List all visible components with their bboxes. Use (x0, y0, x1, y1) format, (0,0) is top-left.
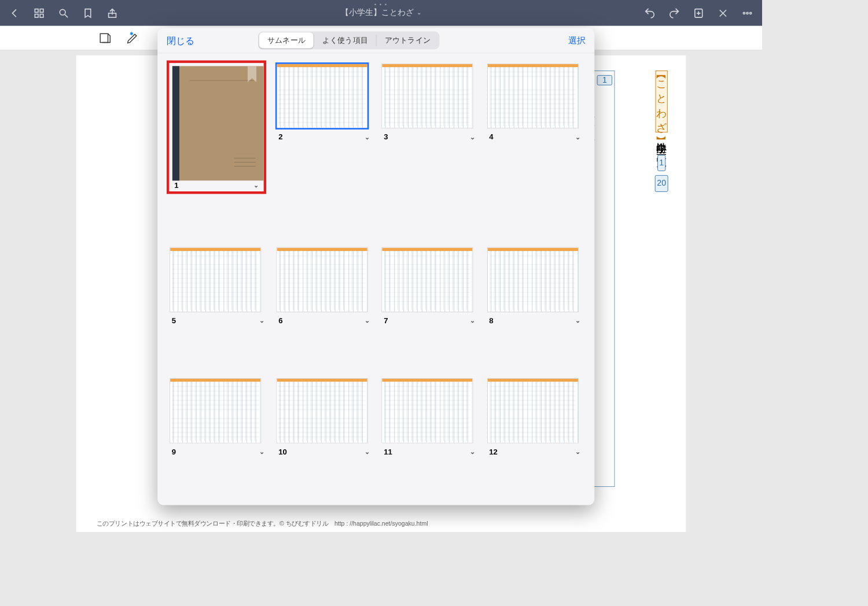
undo-icon[interactable] (644, 8, 655, 19)
chevron-down-icon[interactable]: ⌄ (470, 133, 475, 140)
svg-point-14 (750, 12, 752, 14)
share-icon[interactable] (106, 8, 117, 19)
thumbnail-label[interactable]: 5⌄ (170, 316, 266, 325)
thumbnail-frame[interactable] (487, 247, 579, 312)
chevron-down-icon[interactable]: ⌄ (365, 448, 370, 455)
thumbnail-label[interactable]: 8⌄ (487, 316, 582, 325)
more-icon[interactable] (742, 8, 753, 19)
svg-line-5 (65, 14, 68, 17)
segment-outline[interactable]: アウトライン (377, 32, 439, 48)
thumbnail-frame[interactable] (277, 64, 368, 128)
svg-rect-3 (40, 14, 43, 17)
chevron-down-icon: ⌄ (417, 10, 421, 16)
select-button[interactable]: 選択 (568, 35, 586, 46)
thumbnail-cell[interactable]: 9⌄ (170, 378, 266, 495)
panel-header: 閉じる サムネール よく使う項目 アウトライン 選択 (157, 28, 594, 53)
thumbnail-frame[interactable] (382, 247, 473, 312)
thumbnail-label[interactable]: 12⌄ (487, 448, 582, 456)
thumbnail-cell[interactable]: 8⌄ (487, 247, 582, 364)
chevron-down-icon[interactable]: ⌄ (575, 133, 580, 140)
close-button[interactable]: 閉じる (167, 34, 194, 46)
thumbnail-label[interactable]: 7⌄ (382, 316, 477, 325)
thumbnail-frame[interactable] (170, 378, 261, 443)
thumbnail-frame[interactable] (487, 64, 579, 128)
svg-rect-1 (40, 9, 43, 12)
svg-point-4 (60, 9, 65, 15)
thumbnail-label[interactable]: 2⌄ (277, 132, 372, 141)
svg-rect-15 (100, 34, 108, 42)
thumbnail-frame[interactable] (487, 378, 579, 443)
page-flip-icon[interactable] (97, 29, 114, 46)
document-title[interactable]: 【小学生】ことわざ ⌄ (118, 8, 645, 18)
chevron-down-icon[interactable]: ⌄ (365, 133, 370, 140)
thumbnail-cell[interactable]: 4⌄ (487, 64, 582, 233)
thumbnail-panel: 閉じる サムネール よく使う項目 アウトライン 選択 1⌄2⌄3⌄4⌄5⌄6⌄7… (157, 28, 594, 505)
chevron-down-icon[interactable]: ⌄ (259, 317, 264, 324)
thumbnail-frame[interactable] (172, 66, 264, 180)
chevron-down-icon[interactable]: ⌄ (470, 448, 475, 455)
drag-handle-icon[interactable]: • • • (374, 2, 388, 8)
thumbnail-label[interactable]: 6⌄ (277, 316, 372, 325)
segment-thumbnails[interactable]: サムネール (259, 32, 314, 48)
thumbnail-cell[interactable]: 6⌄ (277, 247, 372, 364)
view-segmented-control: サムネール よく使う項目 アウトライン (258, 31, 439, 49)
redo-icon[interactable] (668, 8, 679, 19)
chevron-down-icon[interactable]: ⌄ (259, 448, 264, 455)
chevron-down-icon[interactable]: ⌄ (575, 317, 580, 324)
close-x-icon[interactable] (718, 8, 729, 19)
thumbnail-label[interactable]: 11⌄ (382, 448, 477, 456)
footer-credit: このプリントはウェブサイトで無料ダウンロード・印刷できます。© ちびむすドリル … (97, 519, 428, 528)
proverb-entry: 1会うは別れの始め出会いの後には必ず別れがあるので、会うことは分かれることの始ま… (591, 71, 615, 487)
thumbnail-frame[interactable] (277, 378, 368, 443)
thumbnail-label[interactable]: 3⌄ (382, 132, 477, 141)
thumbnail-cell[interactable]: 5⌄ (170, 247, 266, 364)
chevron-down-icon[interactable]: ⌄ (253, 182, 259, 189)
bookmark-icon[interactable] (82, 8, 93, 19)
grid-icon[interactable] (34, 8, 45, 19)
thumbnail-cell[interactable]: 2⌄ (277, 64, 372, 233)
thumbnail-cell[interactable]: 11⌄ (382, 378, 477, 495)
svg-point-13 (746, 12, 748, 14)
thumbnail-cell[interactable]: 7⌄ (382, 247, 477, 364)
chevron-down-icon[interactable]: ⌄ (365, 317, 370, 324)
chevron-down-icon[interactable]: ⌄ (470, 317, 475, 324)
thumbnail-label[interactable]: 9⌄ (170, 448, 266, 456)
thumbnail-frame[interactable] (382, 64, 473, 128)
svg-rect-0 (35, 9, 38, 12)
svg-point-12 (743, 12, 745, 14)
pen-icon[interactable]: ✱ (124, 29, 141, 46)
page-title: 【ことわざ】 小学生向け 一覧 1〜20 (652, 71, 671, 194)
segment-favorites[interactable]: よく使う項目 (314, 32, 376, 48)
thumbnail-cell[interactable]: 3⌄ (382, 64, 477, 233)
thumbnail-cell[interactable]: 12⌄ (487, 378, 582, 495)
thumbnail-grid: 1⌄2⌄3⌄4⌄5⌄6⌄7⌄8⌄9⌄10⌄11⌄12⌄ (157, 53, 594, 505)
thumbnail-cell[interactable]: 1⌄ (170, 64, 266, 233)
add-page-icon[interactable] (693, 8, 704, 19)
thumbnail-label[interactable]: 1⌄ (172, 181, 261, 190)
thumbnail-frame[interactable] (170, 247, 261, 312)
thumbnail-frame[interactable] (382, 378, 473, 443)
thumbnail-label[interactable]: 4⌄ (487, 132, 582, 141)
thumbnail-frame[interactable] (277, 247, 368, 312)
app-topbar: • • • 【小学生】ことわざ ⌄ (0, 0, 762, 26)
thumbnail-label[interactable]: 10⌄ (277, 448, 372, 456)
chevron-down-icon[interactable]: ⌄ (575, 448, 580, 455)
back-icon[interactable] (9, 8, 20, 19)
svg-rect-2 (35, 14, 38, 17)
thumbnail-cell[interactable]: 10⌄ (277, 378, 372, 495)
search-icon[interactable] (58, 8, 69, 19)
